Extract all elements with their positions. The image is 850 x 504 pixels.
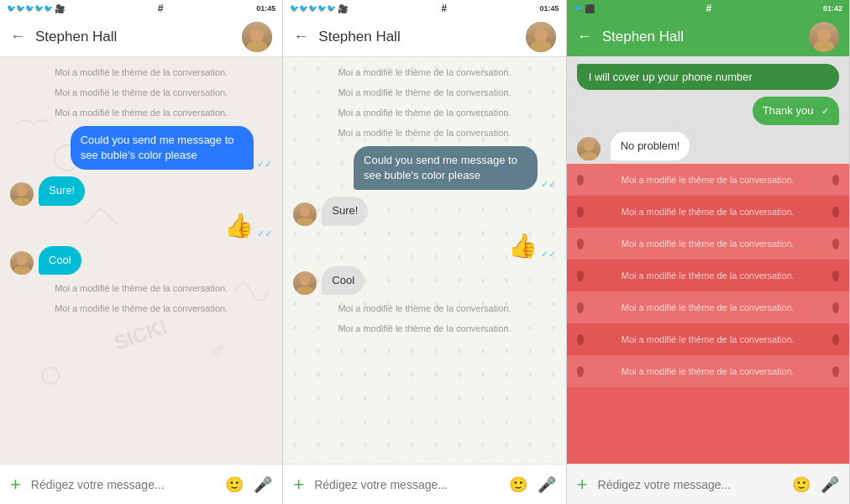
msg-row-emoji-2: 👍 ✓✓ xyxy=(293,233,555,260)
input-bar-1: + 🙂 🎤 xyxy=(0,464,282,504)
msg-row-received-1: Sure! xyxy=(10,176,272,205)
bubble-sent-blue-1: Could you send me message to see buble's… xyxy=(71,126,254,170)
message-input-3[interactable] xyxy=(598,478,782,491)
chat-header-1: ← Stephen Hall xyxy=(0,17,282,57)
back-button-1[interactable]: ← xyxy=(10,28,25,45)
drop-right-5 xyxy=(832,302,839,313)
status-icons-left-2: 🐦🐦🐦🐦🐦 🎥 xyxy=(290,4,348,13)
p3-stripe-1: Moi a modifié le thème de la conversatio… xyxy=(567,164,849,196)
bubble-thankyou: Thank you ✓ xyxy=(753,97,839,125)
status-icons-left-1: 🐦🐦🐦🐦🐦 🎥 xyxy=(7,4,65,13)
noproblem-row: No problem! xyxy=(567,129,849,164)
chat-content-1: Moi a modifié le thème de la conversatio… xyxy=(10,64,272,457)
noproblem-text: No problem! xyxy=(621,139,680,152)
system-msg-1d: Moi a modifié le thème de la conversatio… xyxy=(10,283,272,293)
time-3: 01:42 xyxy=(823,4,842,13)
sys-text-5: Moi a modifié le thème de la conversatio… xyxy=(590,302,826,312)
mic-icon-1[interactable]: 🎤 xyxy=(254,475,272,494)
sys-text-7: Moi a modifié le thème de la conversatio… xyxy=(590,366,826,376)
cover-bubble-container: I will cover up your phone number xyxy=(567,57,849,93)
drop-left-2 xyxy=(577,207,584,218)
msg-row-cool-1: Cool xyxy=(10,246,272,275)
add-icon-2[interactable]: + xyxy=(293,474,304,496)
bubble-cool-2: Cool xyxy=(322,266,365,295)
emoji-thumbsup-2: 👍 xyxy=(508,234,538,258)
p3-stripe-5: Moi a modifié le thème de la conversatio… xyxy=(567,291,849,323)
status-bar-3: 🐦 ⬛ # 01:42 xyxy=(567,0,849,17)
p3-stripe-6: Moi a modifié le thème de la conversatio… xyxy=(567,323,849,355)
emoji-icon-1[interactable]: 🙂 xyxy=(225,475,244,494)
msg-avatar-1b xyxy=(10,251,34,275)
drop-right-2 xyxy=(832,207,839,218)
camera-icon-3: ⬛ xyxy=(585,4,595,13)
p3-stripe-7: Moi a modifié le thème de la conversatio… xyxy=(567,355,849,387)
header-title-2: Stephen Hall xyxy=(318,29,515,45)
p3-stripe-3: Moi a modifié le thème de la conversatio… xyxy=(567,228,849,260)
chat-header-3: ← Stephen Hall xyxy=(567,17,849,57)
add-icon-3[interactable]: + xyxy=(577,474,588,496)
message-input-1[interactable] xyxy=(31,478,215,491)
message-input-2[interactable] xyxy=(314,478,498,491)
twitter-icons-2: 🐦🐦🐦🐦🐦 xyxy=(290,4,336,13)
panel-2: 🐦🐦🐦🐦🐦 🎥 # 01:45 ← Stephen Hall Moi a mod… xyxy=(283,0,566,504)
status-icons-right-3: 01:42 xyxy=(823,4,842,13)
thankyou-check: ✓ xyxy=(821,106,829,116)
thankyou-text: Thank you xyxy=(763,104,814,117)
sys-text-1: Moi a modifié le thème de la conversatio… xyxy=(590,175,826,185)
drop-left-5 xyxy=(577,302,584,313)
panel-3: 🐦 ⬛ # 01:42 ← Stephen Hall I will cover … xyxy=(567,0,850,504)
sys-text-3: Moi a modifié le thème de la conversatio… xyxy=(590,239,826,249)
drop-left-3 xyxy=(577,239,584,249)
header-avatar-2 xyxy=(526,22,556,52)
drop-right-1 xyxy=(832,175,839,186)
drop-left-7 xyxy=(577,366,584,377)
time-1: 01:45 xyxy=(256,4,275,13)
check-emoji-1: ✓✓ xyxy=(257,228,272,239)
chat-header-2: ← Stephen Hall xyxy=(283,17,565,57)
emoji-icon-2[interactable]: 🙂 xyxy=(509,475,527,494)
drop-left-6 xyxy=(577,334,584,345)
back-button-2[interactable]: ← xyxy=(293,28,308,45)
bubble-cool-1: Cool xyxy=(39,246,81,275)
mic-icon-2[interactable]: 🎤 xyxy=(538,475,556,494)
status-icons-right-1: 01:45 xyxy=(256,4,275,13)
back-button-3[interactable]: ← xyxy=(577,28,592,45)
header-title-1: Stephen Hall xyxy=(35,29,232,45)
bubble-received-cyan-1: Sure! xyxy=(39,176,85,205)
check-emoji-2: ✓✓ xyxy=(541,249,556,260)
msg-row-received-2: Sure! xyxy=(293,197,555,225)
chat-body-1: SICK! Moi a modifié le thème de la conve… xyxy=(0,57,282,464)
time-2: 01:45 xyxy=(540,4,559,13)
sys-text-6: Moi a modifié le thème de la conversatio… xyxy=(590,334,826,344)
mic-icon-3[interactable]: 🎤 xyxy=(821,475,839,494)
input-bar-3: + 🙂 🎤 xyxy=(567,464,849,504)
panel-1: 🐦🐦🐦🐦🐦 🎥 # 01:45 ← Stephen Hall SICK! xyxy=(0,0,283,504)
twitter-icons-1: 🐦🐦🐦🐦🐦 xyxy=(7,4,53,13)
p3-stripe-2: Moi a modifié le thème de la conversatio… xyxy=(567,196,849,228)
msg-row-sent-2: Could you send me message to see buble's… xyxy=(293,146,555,190)
system-msg-1a: Moi a modifié le thème de la conversatio… xyxy=(10,67,272,77)
add-icon-1[interactable]: + xyxy=(10,474,21,496)
cover-bubble: I will cover up your phone number xyxy=(577,64,839,90)
chat-body-3: I will cover up your phone number Thank … xyxy=(567,57,849,464)
bubble-sent-gray-2: Could you send me message to see buble's… xyxy=(354,146,538,190)
drop-right-4 xyxy=(832,270,839,281)
panel3-stripes: Moi a modifié le thème de la conversatio… xyxy=(567,164,849,464)
bubble-received-gray-2: Sure! xyxy=(322,197,368,225)
msg-row-cool-2: Cool xyxy=(293,266,555,295)
sys-text-4: Moi a modifié le thème de la conversatio… xyxy=(590,270,826,281)
hash-icon-3: # xyxy=(706,3,711,14)
emoji-icon-3[interactable]: 🙂 xyxy=(792,475,811,494)
system-msg-1e: Moi a modifié le thème de la conversatio… xyxy=(10,303,272,313)
camera-icon-2: 🎥 xyxy=(338,4,348,13)
drop-right-7 xyxy=(832,366,839,377)
drop-right-6 xyxy=(832,334,839,345)
avatar-face-3 xyxy=(809,22,839,52)
msg-row-sent-1: Could you send me message to see buble's… xyxy=(10,126,272,170)
thankyou-row: Thank you ✓ xyxy=(567,93,849,129)
system-msg-2e: Moi a modifié le thème de la conversatio… xyxy=(293,303,555,313)
hash-icon-1: # xyxy=(158,3,164,14)
hash-icon-2: # xyxy=(441,3,447,14)
avatar-face-1 xyxy=(242,22,272,52)
msg-avatar-3 xyxy=(577,137,601,160)
